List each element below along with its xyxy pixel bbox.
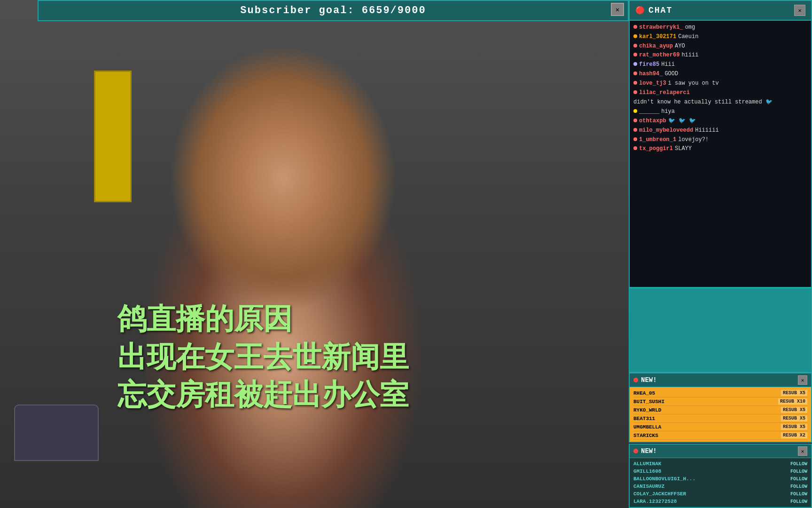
resub-name: BEAT311 [633, 416, 655, 421]
chat-message-text: SLAYY [675, 145, 692, 153]
chat-message: milo_mybeloveedd Hiiiiii [633, 127, 807, 135]
chat-username: ______ [639, 108, 659, 116]
chat-dot [633, 137, 637, 141]
chat-dot [633, 71, 637, 75]
new-panel-2-label: NEW! [633, 447, 657, 455]
resub-badge: RESUB X10 [778, 398, 807, 405]
resub-row: UMGMBELLA RESUB X5 [633, 423, 807, 431]
chat-username: othtaxpb [639, 117, 666, 125]
new-follow-panel: NEW! ✕ ALLUMINAK FOLLOW GMILL1608 FOLLOW… [629, 444, 812, 508]
chat-message: 1_umbreon_1 lovejoy?! [633, 136, 807, 144]
chat-message: chika_ayup AYO [633, 42, 807, 50]
chat-message-text: omg [685, 24, 695, 32]
new-panel-1-close[interactable]: ✕ [798, 375, 807, 385]
main-container: Subscriber goal: 6659/9000 ✕ 鸽直播的原因 出现在女… [0, 0, 812, 508]
chat-message-text: GOOD [664, 70, 678, 78]
resub-name: RHEA_05 [633, 390, 655, 396]
new-resub-panel: NEW! ✕ RHEA_05 RESUB X5 BUIT_SUSHI RESUB… [629, 373, 812, 443]
subscriber-goal-bar: Subscriber goal: 6659/9000 ✕ [38, 0, 629, 21]
resub-badge: RESUB X5 [781, 407, 807, 413]
resub-row: BEAT311 RESUB X5 [633, 414, 807, 423]
chat-message: fire85 Hiii [633, 61, 807, 69]
chat-username: tx_poggirl [639, 145, 673, 153]
chat-dot [633, 34, 637, 38]
teal-panel [629, 288, 812, 373]
chat-dot [633, 128, 637, 132]
subtitle-line-3: 忘交房租被赶出办公室 [117, 376, 409, 414]
chat-panel: 🔴 CHAT ✕ strawberryki_ omg karl_302171 C… [629, 0, 812, 288]
chat-message: ______ hiya [633, 108, 807, 116]
chat-username: 1_umbreon_1 [639, 136, 676, 144]
chat-message-text: 🐦 🐦 🐦 [668, 117, 696, 125]
chat-username: karl_302171 [639, 33, 676, 41]
follow-row: CANISAURUZ FOLLOW [633, 483, 807, 490]
resub-row: RHEA_05 RESUB X5 [633, 389, 807, 397]
chat-dot [633, 109, 637, 113]
resub-row: BUIT_SUSHI RESUB X10 [633, 397, 807, 406]
follow-badge: FOLLOW [790, 499, 807, 504]
chat-username: fire85 [639, 61, 659, 69]
chat-message-text: AYO [675, 42, 685, 50]
follow-name: LARA.123272528 [633, 499, 677, 504]
chat-dot [633, 44, 637, 48]
new-panel-1-dot [633, 378, 638, 382]
resub-badge: RESUB X5 [781, 415, 807, 421]
chat-message-text: didn't know he actually still streamed 🐦 [633, 98, 773, 106]
chat-message-text: Hiiiiii [695, 127, 718, 135]
chat-dot [633, 53, 637, 56]
chat-message: othtaxpb 🐦 🐦 🐦 [633, 117, 807, 125]
follow-badge: FOLLOW [790, 476, 807, 482]
resub-name: STARICKS [633, 433, 658, 438]
right-panel: 🔴 CHAT ✕ strawberryki_ omg karl_302171 C… [629, 0, 812, 508]
new-panel-1-header: NEW! ✕ [630, 373, 811, 387]
new-panel-1-label: NEW! [633, 376, 657, 384]
resub-badge: RESUB X5 [781, 424, 807, 430]
new-panel-2-title: NEW! [641, 447, 657, 455]
follow-row: COLAY_JACKCHFFSER FOLLOW [633, 490, 807, 498]
chat-close-button[interactable]: ✕ [794, 5, 805, 16]
follow-name: CANISAURUZ [633, 484, 664, 489]
subscriber-goal-close-button[interactable]: ✕ [611, 3, 624, 16]
chat-message: hash94_ GOOD [633, 70, 807, 78]
resub-name: RYKO_WRLD [633, 407, 661, 413]
chat-message: strawberryki_ omg [633, 24, 807, 32]
chat-username: milo_mybeloveedd [639, 127, 693, 135]
chat-header: 🔴 CHAT ✕ [630, 1, 811, 21]
chat-username: rat_mother69 [639, 51, 679, 59]
new-panel-1-title: NEW! [641, 376, 657, 384]
chat-message-text: i saw you on tv [668, 79, 719, 87]
chat-username: chika_ayup [639, 42, 673, 50]
subscriber-goal-text: Subscriber goal: 6659/9000 [240, 5, 426, 16]
chat-icon: 🔴 [635, 6, 645, 15]
chat-title: CHAT [648, 6, 672, 15]
chat-username: lilac_relaperci [639, 89, 690, 97]
new-panel-1-content: RHEA_05 RESUB X5 BUIT_SUSHI RESUB X10 RY… [630, 387, 811, 442]
resub-badge: RESUB X5 [781, 390, 807, 396]
follow-name: COLAY_JACKCHFFSER [633, 491, 686, 497]
follow-row: GMILL1608 FOLLOW [633, 468, 807, 475]
chat-message: rat_mother69 hiiii [633, 51, 807, 59]
resub-row: STARICKS RESUB X2 [633, 431, 807, 440]
chat-message: love_tj3 i saw you on tv [633, 79, 807, 87]
new-panel-2-header: NEW! ✕ [630, 444, 811, 458]
video-area: Subscriber goal: 6659/9000 ✕ 鸽直播的原因 出现在女… [0, 0, 629, 508]
chat-dot [633, 62, 637, 66]
chat-message: tx_poggirl SLAYY [633, 145, 807, 153]
chat-message: lilac_relaperci didn't know he actually … [633, 89, 807, 107]
chat-message-text: Caeuin [678, 33, 698, 41]
follow-name: GMILL1608 [633, 468, 661, 474]
follow-badge: FOLLOW [790, 461, 807, 467]
streamer-video [0, 0, 629, 508]
chat-dot [633, 25, 637, 29]
follow-row: BALLOONBOVLUIGI_H... FOLLOW [633, 475, 807, 483]
follow-badge: FOLLOW [790, 492, 807, 497]
chat-title-area: 🔴 CHAT [635, 6, 672, 15]
follow-name: ALLUMINAK [633, 461, 661, 467]
new-panel-2-close[interactable]: ✕ [798, 446, 807, 456]
chat-message-text: hiya [661, 108, 675, 116]
chat-dot [633, 90, 637, 94]
chat-dot [633, 146, 637, 150]
chat-dot [633, 119, 637, 122]
chat-message-text: lovejoy?! [678, 136, 709, 144]
follow-row: ALLUMINAK FOLLOW [633, 460, 807, 468]
